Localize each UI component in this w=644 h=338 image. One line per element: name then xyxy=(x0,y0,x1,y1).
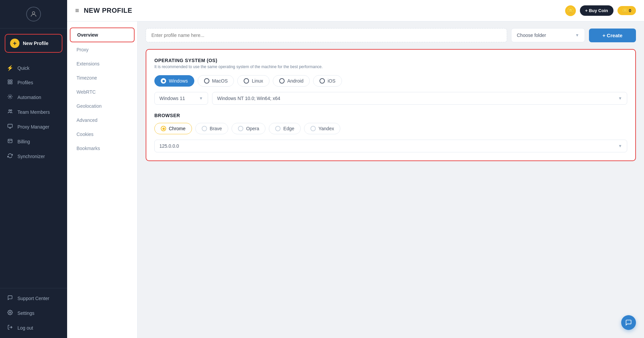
yandex-radio xyxy=(310,126,316,131)
sidebar-item-profiles[interactable]: Profiles xyxy=(0,75,67,90)
sidebar-item-proxy-manager[interactable]: Proxy Manager xyxy=(0,119,67,134)
browser-version-select[interactable]: 125.0.0.0 ▼ xyxy=(154,140,627,152)
android-radio xyxy=(279,78,285,84)
sidebar-item-billing[interactable]: Billing xyxy=(0,134,67,149)
topbar-right: 🪙 + Buy Coin 🪙 0 xyxy=(565,5,636,16)
os-option-linux[interactable]: Linux xyxy=(237,75,269,87)
os-selects-row: Windows 11 ▼ Windows NT 10.0; Win64; x64… xyxy=(154,92,627,105)
sidebar-item-logout-label: Log out xyxy=(17,325,33,331)
os-option-ios[interactable]: iOS xyxy=(313,75,342,87)
windows-label: Windows xyxy=(169,78,188,84)
chat-bubble-button[interactable] xyxy=(621,315,636,330)
sidebar-item-proxy-label: Proxy Manager xyxy=(17,124,49,130)
browser-option-edge[interactable]: Edge xyxy=(269,123,301,134)
balance-value: 0 xyxy=(629,8,631,13)
os-option-windows[interactable]: Windows xyxy=(154,75,194,87)
browser-version-value: 125.0.0.0 xyxy=(159,143,179,149)
sidebar-item-synchronizer[interactable]: Synchronizer xyxy=(0,149,67,164)
android-label: Android xyxy=(287,78,303,84)
folder-label: Choose folder xyxy=(517,33,546,38)
os-section-title: OPERATING SYSTEM (OS) xyxy=(154,58,627,63)
edge-radio xyxy=(275,126,281,131)
balance-coin-icon: 🪙 xyxy=(622,8,628,13)
os-option-android[interactable]: Android xyxy=(273,75,310,87)
subnav-timezone[interactable]: Timezone xyxy=(70,71,135,85)
sidebar: + New Profile ⚡ Quick Profiles Automatio… xyxy=(0,0,67,338)
svg-point-7 xyxy=(10,110,12,111)
chevron-down-icon: ▼ xyxy=(575,33,579,38)
svg-rect-3 xyxy=(8,82,10,84)
yandex-label: Yandex xyxy=(318,126,334,131)
os-section-subtitle: It is recommended to use the same operat… xyxy=(154,64,627,69)
chevron-down-icon: ▼ xyxy=(618,144,622,148)
linux-radio xyxy=(244,78,249,84)
linux-label: Linux xyxy=(252,78,263,84)
svg-rect-4 xyxy=(10,82,12,84)
macos-label: MacOS xyxy=(212,78,228,84)
topbar: ≡ NEW PROFILE 🪙 + Buy Coin 🪙 0 xyxy=(67,0,644,21)
opera-radio xyxy=(238,126,243,131)
chevron-down-icon: ▼ xyxy=(199,96,203,101)
avatar[interactable] xyxy=(26,7,41,21)
subnav-extensions[interactable]: Extensions xyxy=(70,57,135,70)
balance-badge: 🪙 0 xyxy=(617,6,636,15)
plus-icon: + xyxy=(10,39,19,48)
sidebar-item-logout[interactable]: Log out xyxy=(0,321,67,335)
team-icon xyxy=(7,109,13,115)
sidebar-item-team-members[interactable]: Team Members xyxy=(0,105,67,119)
svg-rect-8 xyxy=(8,124,12,127)
subnav-advanced[interactable]: Advanced xyxy=(70,113,135,127)
chrome-label: Chrome xyxy=(169,126,186,131)
browser-option-opera[interactable]: Opera xyxy=(232,123,265,134)
svg-point-12 xyxy=(9,312,11,313)
os-browser-section: OPERATING SYSTEM (OS) It is recommended … xyxy=(146,49,636,161)
brave-radio xyxy=(202,126,207,131)
buy-coin-button[interactable]: + Buy Coin xyxy=(580,5,613,16)
form-area: Choose folder ▼ + Create OPERATING SYSTE… xyxy=(138,21,644,338)
sidebar-item-quick[interactable]: ⚡ Quick xyxy=(0,61,67,75)
browser-option-yandex[interactable]: Yandex xyxy=(304,123,340,134)
browser-options: Chrome Brave Opera Edge xyxy=(154,123,627,134)
automation-icon xyxy=(7,94,13,101)
sidebar-item-automation[interactable]: Automation xyxy=(0,90,67,105)
chevron-down-icon: ▼ xyxy=(618,96,622,101)
subnav-cookies[interactable]: Cookies xyxy=(70,128,135,141)
svg-point-5 xyxy=(9,96,11,97)
subnav-overview[interactable]: Overview xyxy=(70,28,135,42)
content-area: Overview Proxy Extensions Timezone WebRT… xyxy=(67,21,644,338)
opera-label: Opera xyxy=(246,126,259,131)
quick-icon: ⚡ xyxy=(7,65,13,71)
browser-option-brave[interactable]: Brave xyxy=(195,123,229,134)
subnav-proxy[interactable]: Proxy xyxy=(70,43,135,56)
browser-section-title: BROWSER xyxy=(154,113,627,118)
os-options: Windows MacOS Linux Android xyxy=(154,75,627,87)
browser-option-chrome[interactable]: Chrome xyxy=(154,123,192,134)
sidebar-item-support[interactable]: Support Center xyxy=(0,291,67,306)
billing-icon xyxy=(7,138,13,145)
hamburger-icon[interactable]: ≡ xyxy=(75,7,79,14)
sidebar-item-settings[interactable]: Settings xyxy=(0,306,67,321)
sidebar-item-team-label: Team Members xyxy=(17,109,50,115)
sidebar-item-settings-label: Settings xyxy=(17,310,35,316)
os-version-select[interactable]: Windows 11 ▼ xyxy=(154,92,208,105)
os-ua-select[interactable]: Windows NT 10.0; Win64; x64 ▼ xyxy=(212,92,627,105)
folder-select[interactable]: Choose folder ▼ xyxy=(511,28,585,42)
sidebar-bottom: Support Center Settings Log out xyxy=(0,288,67,338)
topbar-left: ≡ NEW PROFILE xyxy=(75,7,132,14)
svg-rect-1 xyxy=(8,80,10,82)
new-profile-button[interactable]: + New Profile xyxy=(5,34,62,53)
os-version-value: Windows 11 xyxy=(159,96,185,101)
page-title: NEW PROFILE xyxy=(84,7,132,14)
sidebar-item-automation-label: Automation xyxy=(17,95,41,100)
profile-name-input[interactable] xyxy=(146,28,507,42)
new-profile-label: New Profile xyxy=(23,41,48,46)
os-option-macos[interactable]: MacOS xyxy=(198,75,234,87)
create-button[interactable]: + Create xyxy=(589,29,636,42)
svg-rect-9 xyxy=(8,139,12,143)
sidebar-nav: ⚡ Quick Profiles Automation xyxy=(0,58,67,288)
subnav-geolocation[interactable]: Geolocation xyxy=(70,99,135,113)
sidebar-item-sync-label: Synchronizer xyxy=(17,154,45,159)
sync-icon xyxy=(7,153,13,160)
subnav-webrtc[interactable]: WebRTC xyxy=(70,85,135,99)
subnav-bookmarks[interactable]: Bookmarks xyxy=(70,142,135,155)
